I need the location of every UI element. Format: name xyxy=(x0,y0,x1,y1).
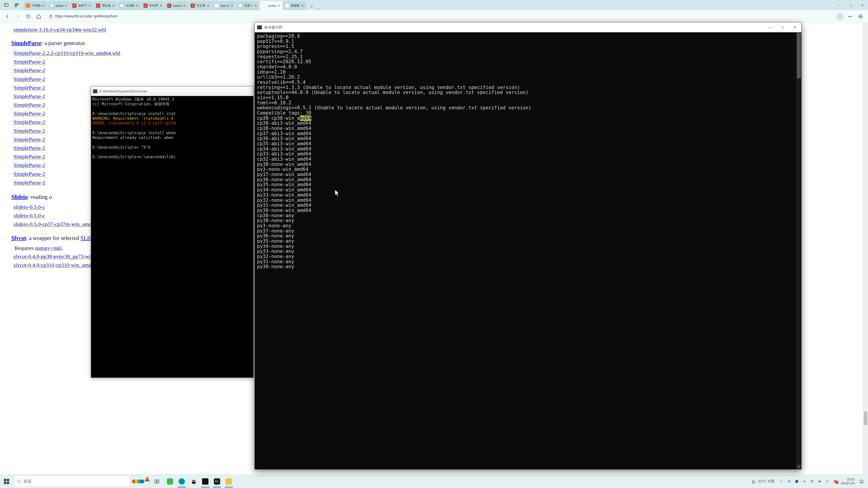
tab-close-icon[interactable]: ✕ xyxy=(207,4,210,7)
taskbar-search-input[interactable] xyxy=(24,479,127,484)
whl-link[interactable]: SimpleParse-2 xyxy=(13,110,45,116)
tab-close-icon[interactable]: ✕ xyxy=(277,4,280,7)
tab-close-icon[interactable]: ✕ xyxy=(183,4,186,7)
minimize-button[interactable]: — xyxy=(834,0,845,10)
tray-overflow[interactable] xyxy=(778,480,785,484)
tray-wifi[interactable] xyxy=(808,480,816,484)
whl-link[interactable]: SimpleParse-2 xyxy=(13,76,45,82)
whl-link[interactable]: SimpleParse-2 xyxy=(13,67,45,73)
tab-close-icon[interactable]: ✕ xyxy=(254,4,257,7)
whl-link[interactable]: SimpleParse-2 xyxy=(13,128,45,134)
svg-rect-22 xyxy=(796,480,798,483)
tab-close-icon[interactable]: ✕ xyxy=(88,4,91,7)
whl-link[interactable]: SimpleParse-2 xyxy=(13,145,45,151)
cmd2-titlebar[interactable]: 命令提示符 — ▢ ✕ xyxy=(255,22,801,32)
cmd1-output[interactable]: Microsoft Windows [版本 10.0.19045.3 (c) M… xyxy=(91,96,253,160)
app-cmd[interactable] xyxy=(199,475,211,488)
taskbar-clock[interactable]: 23:07 2023/11/5 xyxy=(841,478,855,485)
back-button[interactable] xyxy=(3,12,12,21)
app-pycharm[interactable]: PC xyxy=(211,475,223,488)
tab-4[interactable]: 分别新✕ xyxy=(118,1,141,10)
reload-button[interactable] xyxy=(24,12,33,21)
app-wechat[interactable] xyxy=(164,475,176,488)
whl-link[interactable]: SimpleParse-2 xyxy=(13,93,45,99)
home-button[interactable] xyxy=(34,12,43,21)
numpy-mkl-link[interactable]: numpy+mkl xyxy=(35,245,62,251)
tab-0[interactable]: 中国电✕ xyxy=(24,1,47,10)
workspaces-button[interactable] xyxy=(2,1,11,9)
tab-10-active[interactable]: Archiv✕ xyxy=(260,1,282,10)
tray-sogou[interactable]: S1 xyxy=(831,480,839,484)
forward-button[interactable] xyxy=(13,12,22,21)
whl-link[interactable]: slideio-0.5.0-c xyxy=(13,213,45,219)
tab-6[interactable]: Cstatsm✕ xyxy=(165,1,188,10)
action-center-button[interactable] xyxy=(857,479,867,484)
news-bonfire-icon[interactable] xyxy=(143,475,151,483)
whl-link[interactable]: SimpleParse-2 xyxy=(13,119,45,125)
whl-link[interactable]: SimpleParse-2 xyxy=(13,171,45,177)
tab-close-icon[interactable]: ✕ xyxy=(65,4,67,7)
weather-widget[interactable]: 21°C 大雨 xyxy=(750,479,774,484)
tab-7[interactable]: C写文章✕ xyxy=(188,1,212,10)
tab-5[interactable]: C时间序✕ xyxy=(141,1,164,10)
tray-word[interactable] xyxy=(793,480,801,484)
news-widget-badges[interactable] xyxy=(132,475,143,488)
section-title-link[interactable]: Slycot xyxy=(11,235,26,241)
tab-overflow-button[interactable]: ⌄ xyxy=(317,6,320,10)
tab-9[interactable]: 百度一✕ xyxy=(236,1,259,10)
cmd2-minimize[interactable]: — xyxy=(763,22,776,32)
task-view-button[interactable] xyxy=(151,475,162,488)
whl-link[interactable]: SimpleParse-2 xyxy=(13,154,45,160)
section-title-link[interactable]: SimpleParse xyxy=(11,40,41,46)
start-button[interactable] xyxy=(0,475,13,488)
cmd2-scroll-thumb[interactable] xyxy=(797,33,801,78)
tray-ime[interactable]: 中 xyxy=(824,480,831,484)
section-title-link[interactable]: Slideio xyxy=(11,194,28,200)
cmd2-maximize[interactable]: ▢ xyxy=(776,22,789,32)
svg-rect-21 xyxy=(788,481,790,482)
tab-3[interactable]: C理论加✕ xyxy=(94,1,117,10)
app-edge[interactable] xyxy=(176,475,188,488)
cmd2-output[interactable]: packaging==20.9 pep517==0.9.1 progress==… xyxy=(255,32,801,271)
whl-link[interactable]: SimpleParse-2 xyxy=(13,85,45,91)
whl-link[interactable]: slideio-0.5.0-c xyxy=(13,204,45,210)
tab-2[interactable]: C如何下✕ xyxy=(70,1,93,10)
taskbar-search[interactable] xyxy=(14,476,130,487)
tray-onedrive[interactable] xyxy=(801,480,808,484)
app-qq[interactable] xyxy=(188,475,199,488)
cmd1-titlebar[interactable]: C:\Windows\System32\cmd.exe xyxy=(91,87,253,96)
whl-link[interactable]: SimpleParse-2 xyxy=(13,180,45,186)
whl-link[interactable]: SimpleParse-2.2.2-cp310-cp310-win_amd64.… xyxy=(13,50,121,56)
whl-link[interactable]: SimpleParse-2 xyxy=(13,59,45,65)
copilot-button[interactable] xyxy=(856,12,865,21)
tab-close-icon[interactable]: ✕ xyxy=(42,4,45,7)
profile-avatar[interactable] xyxy=(836,13,844,20)
tray-safe-remove[interactable] xyxy=(785,480,793,484)
close-button[interactable]: ✕ xyxy=(857,0,868,10)
cmd2-scrollbar[interactable]: ▲ ▼ xyxy=(796,32,801,469)
tab-close-icon[interactable]: ✕ xyxy=(230,4,233,7)
cmd2-close[interactable]: ✕ xyxy=(789,22,801,32)
tab-11[interactable]: 新建标✕ xyxy=(283,1,306,10)
tab-close-icon[interactable]: ✕ xyxy=(112,4,115,7)
address-bar[interactable]: https://www.lfd.uci.edu/~gohlke/pythonl xyxy=(46,12,832,21)
tab-8[interactable]: New C✕ xyxy=(212,1,236,10)
scroll-down-icon[interactable]: ▼ xyxy=(796,464,801,469)
whl-link[interactable]: SimpleParse-2 xyxy=(13,162,45,168)
whl-link[interactable]: SimpleParse-2 xyxy=(13,102,45,108)
cmd1-window[interactable]: C:\Windows\System32\cmd.exe Microsoft Wi… xyxy=(91,86,254,378)
maximize-button[interactable]: ▢ xyxy=(845,0,857,10)
app-explorer[interactable] xyxy=(223,475,235,488)
tab-close-icon[interactable]: ✕ xyxy=(301,4,304,7)
tab-actions-button[interactable] xyxy=(12,1,22,9)
cmd2-window[interactable]: 命令提示符 — ▢ ✕ packaging==20.9 pep517==0.9.… xyxy=(254,22,802,469)
page-scrollbar[interactable] xyxy=(863,23,868,475)
browser-menu-button[interactable] xyxy=(846,12,855,21)
tab-close-icon[interactable]: ✕ xyxy=(160,4,162,7)
tab-close-icon[interactable]: ✕ xyxy=(136,4,138,7)
whl-link[interactable]: SimpleParse-2 xyxy=(13,136,45,142)
page-scroll-thumb[interactable] xyxy=(864,412,867,425)
tray-volume[interactable] xyxy=(816,480,824,484)
tab-1[interactable]: wheel✕ xyxy=(48,1,70,10)
new-tab-button[interactable]: ＋ xyxy=(308,2,315,10)
